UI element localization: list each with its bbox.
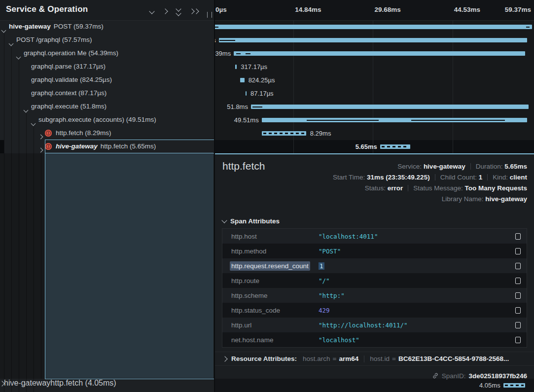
resource-attributes-row[interactable]: Resource Attributes:host.arch=arm64host.… (215, 352, 534, 366)
attribute-row-http.url[interactable]: http.url"http://localhost:4011/" (222, 318, 527, 332)
metadata-label: Child Count: (440, 174, 479, 181)
timeline-row[interactable]: 54.39ms (215, 47, 534, 60)
tree-indent-guide (11, 47, 12, 60)
tree-indent-guide (19, 100, 19, 113)
timeline-panel: 0µs14.84ms29.68ms44.53ms59.37ms 57.57ms5… (215, 0, 534, 392)
chevron-down-icon[interactable] (32, 118, 35, 127)
expand-all-icon[interactable] (190, 9, 198, 13)
chevron-down-icon[interactable] (149, 8, 154, 14)
span-duration-bar[interactable] (215, 25, 532, 29)
attribute-value: "http:" (319, 292, 509, 299)
tree-row-graphql.context[interactable]: graphql.context (87.17µs) (0, 87, 214, 100)
tree-indent-guide (4, 153, 4, 392)
tree-row-http.fetch[interactable]: http.fetch (8.29ms) (0, 127, 214, 140)
timeline-row[interactable]: 824.25µs (215, 73, 534, 87)
metadata-line: Start Time: 31ms (23:35:49.225)Child Cou… (333, 172, 527, 183)
timeline-row[interactable]: 51.8ms (215, 100, 534, 113)
timeline-row[interactable]: 8.29ms (215, 127, 534, 140)
tree-indent-guide (4, 47, 4, 60)
chevron-down-icon[interactable] (17, 52, 20, 61)
span-duration-label: 5.65ms (356, 143, 377, 150)
attribute-row-http.request.resend_count[interactable]: http.request.resend_count1 (222, 258, 527, 273)
metadata-value: 5.65ms (504, 163, 527, 170)
panel-resize-handle-icon[interactable] (207, 12, 212, 18)
metadata-label: Library Name: (442, 195, 486, 203)
timeline-row[interactable] (215, 20, 534, 34)
attribute-row-http.host[interactable]: http.host"localhost:4011" (222, 229, 527, 244)
tree-indent-guide (34, 379, 34, 392)
attribute-row-net.host.name[interactable]: net.host.name"localhost" (222, 332, 527, 347)
tree-row-subgraph.execute[interactable]: subgraph.execute (accounts) (49.51ms) (0, 113, 214, 127)
tree-row-graphql.parse[interactable]: graphql.parse (317.17µs) (0, 60, 214, 73)
span-duration-bar[interactable] (503, 383, 525, 388)
metadata-divider (470, 163, 471, 170)
attribute-row-http.scheme[interactable]: http.scheme"http:" (222, 288, 527, 303)
timeline-row[interactable]: 87.17µs (215, 87, 534, 100)
chevron-right-icon[interactable] (0, 379, 4, 387)
attribute-row-http.method[interactable]: http.method"POST" (222, 244, 527, 258)
chevron-down-icon[interactable] (2, 25, 5, 34)
span-duration-bar[interactable] (251, 105, 529, 109)
copy-button[interactable] (509, 292, 521, 299)
child-span-mark (236, 53, 241, 54)
tree-indent-guide (4, 100, 4, 113)
chevron-right-icon[interactable] (162, 8, 168, 14)
axis-tick-label: 0µs (215, 6, 227, 13)
timeline-axis: 0µs14.84ms29.68ms44.53ms59.37ms (215, 0, 534, 21)
attribute-key: http.method (231, 248, 319, 255)
attribute-value: 1 (319, 262, 509, 270)
span-row-label: graphql.operation Me (54.39ms) (24, 49, 118, 57)
tree-row-POST[interactable]: hive-gatewayPOST (59.37ms) (0, 20, 214, 34)
link-icon[interactable] (432, 372, 439, 379)
panel-divider[interactable] (214, 0, 215, 392)
tree-row-graphql.validate[interactable]: graphql.validate (824.25µs) (0, 73, 214, 87)
span-duration-bar[interactable] (380, 144, 410, 149)
span-attributes-header[interactable]: Span Attributes (222, 217, 280, 225)
chevron-right-icon[interactable] (39, 132, 42, 141)
tree-row-bottom[interactable]: hive-gatewayhttp.fetch (4.05ms) (0, 379, 214, 392)
resource-value: arm64 (339, 355, 358, 362)
copy-button[interactable] (509, 233, 521, 240)
attribute-value: "localhost" (319, 336, 509, 344)
span-duration-bar[interactable] (235, 65, 237, 69)
collapse-all-icon[interactable] (177, 7, 180, 15)
span-duration-bar[interactable] (246, 91, 247, 96)
attribute-row-http.route[interactable]: http.route"/" (222, 273, 527, 288)
span-duration-bar[interactable] (219, 38, 527, 42)
tree-row-http.fetch[interactable]: hive-gatewayhttp.fetch (5.65ms) (0, 140, 214, 153)
chevron-right-icon[interactable] (39, 145, 42, 154)
span-duration-label: 317.17µs (241, 63, 267, 71)
trace-viewer: Service & Operation hive-gatewayPOST (59… (0, 0, 534, 392)
attribute-key: net.host.name (231, 336, 319, 344)
copy-button[interactable] (509, 337, 521, 343)
copy-button[interactable] (509, 322, 521, 328)
timeline-row[interactable]: 317.17µs (215, 60, 534, 73)
attribute-value: "localhost:4011" (319, 233, 509, 240)
copy-button[interactable] (509, 278, 521, 284)
span-id-footer: SpanID: 3de02518937fb246 (432, 370, 527, 382)
copy-button[interactable] (509, 263, 521, 269)
metadata-label: Start Time: (333, 174, 367, 181)
span-duration-bar[interactable] (262, 131, 306, 136)
attribute-row-http.status_code[interactable]: http.status_code429 (222, 303, 527, 318)
span-duration-bar[interactable] (234, 51, 525, 56)
span-duration-bar[interactable] (240, 78, 245, 82)
copy-button[interactable] (509, 307, 521, 314)
chevron-down-icon[interactable] (9, 38, 13, 47)
chevron-down-icon[interactable] (24, 105, 28, 114)
timeline-row[interactable]: 57.57ms (215, 34, 534, 47)
copy-icon (515, 248, 521, 254)
tree-indent-guide (11, 379, 12, 392)
tree-row-POST[interactable]: POST /graphql (57.57ms) (0, 34, 214, 47)
timeline-row[interactable]: 5.65ms (215, 140, 534, 153)
tree-indent-guide (26, 113, 27, 127)
metadata-line: Status: errorStatus Message: Too Many Re… (333, 183, 527, 194)
span-row-label: hive-gatewayhttp.fetch (5.65ms) (56, 143, 156, 150)
tree-header-icons (150, 7, 198, 15)
tree-row-graphql.operation[interactable]: graphql.operation Me (54.39ms) (0, 47, 214, 60)
timeline-row[interactable]: 49.51ms (215, 113, 534, 127)
child-span-mark (215, 27, 218, 28)
tree-row-graphql.execute[interactable]: graphql.execute (51.8ms) (0, 100, 214, 113)
copy-button[interactable] (509, 248, 521, 254)
child-span-mark (526, 27, 530, 28)
